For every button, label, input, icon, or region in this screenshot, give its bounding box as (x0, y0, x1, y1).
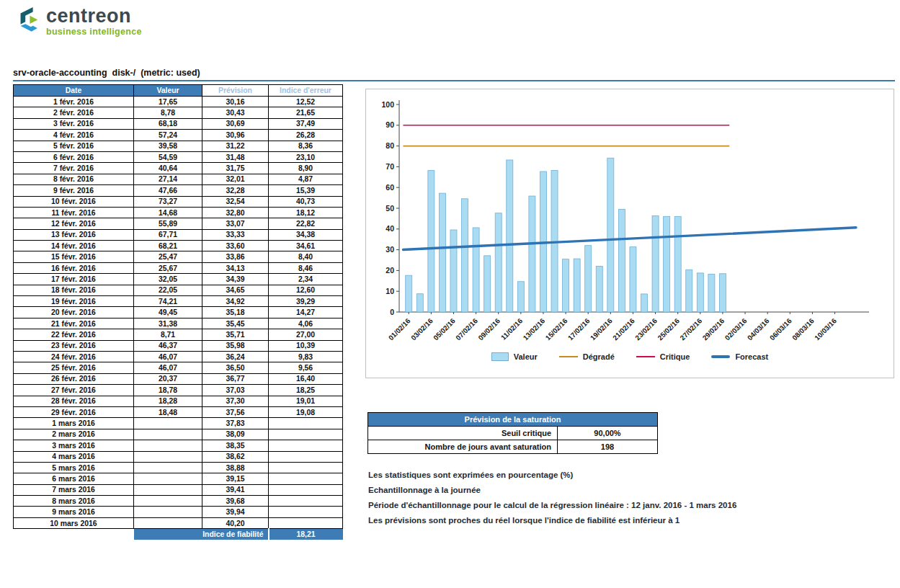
table-cell: 14,27 (269, 307, 343, 318)
report-notes: Les statistiques sont exprimées en pourc… (368, 471, 736, 531)
legend-label-critique: Critique (660, 352, 690, 361)
table-cell: 3 mars 2016 (14, 440, 134, 451)
table-cell: 39,94 (202, 507, 269, 517)
svg-text:11/02/16: 11/02/16 (499, 316, 525, 342)
table-cell: 36,24 (202, 351, 269, 362)
table-cell (269, 462, 343, 473)
table-row: 21 févr. 201631,3835,454,06 (14, 318, 343, 329)
note-line: Echantillonnage à la journée (368, 486, 736, 494)
table-cell: 40,73 (269, 196, 343, 207)
table-cell: 35,98 (202, 340, 269, 351)
legend-item-valeur: Valeur (491, 352, 538, 361)
table-row: 23 févr. 201646,3735,9810,39 (14, 340, 343, 351)
svg-text:30: 30 (386, 245, 394, 254)
note-line: Les prévisions sont proches du réel lors… (368, 516, 736, 525)
svg-text:0: 0 (390, 308, 394, 316)
table-cell (269, 496, 343, 507)
table-cell: 46,37 (134, 340, 202, 351)
table-row: 20 févr. 201649,4535,1814,27 (14, 307, 343, 318)
table-cell: 35,45 (202, 318, 269, 329)
table-cell: 30,43 (202, 107, 269, 118)
table-row: 4 mars 201638,62 (14, 451, 343, 462)
table-cell (134, 429, 202, 440)
table-cell: 35,18 (202, 307, 269, 318)
table-cell: 8 mars 2016 (14, 496, 134, 507)
table-cell: 13 févr. 2016 (14, 229, 134, 240)
forecast-line-swatch (711, 355, 730, 358)
table-cell: 34,61 (269, 241, 343, 251)
table-cell: 1 févr. 2016 (14, 97, 134, 107)
svg-text:13/02/16: 13/02/16 (522, 316, 547, 342)
chart-legend: Valeur Dégradé Critique Forecast (372, 352, 888, 361)
table-row: 24 févr. 201646,0736,249,83 (14, 351, 343, 362)
table-row: 17 févr. 201632,0534,392,34 (14, 274, 343, 285)
table-cell: 38,09 (202, 429, 269, 440)
centreon-logo-icon (14, 6, 42, 33)
table-cell: 4 mars 2016 (14, 451, 134, 462)
table-cell (269, 440, 343, 451)
table-cell (134, 507, 202, 517)
table-cell: 38,88 (202, 462, 269, 473)
table-cell: 14 févr. 2016 (14, 241, 134, 251)
table-cell: 19,08 (269, 406, 343, 417)
table-cell: 10,39 (269, 340, 343, 351)
table-row: 15 févr. 201625,4733,868,40 (14, 251, 343, 262)
table-cell: 31,75 (202, 163, 269, 174)
table-cell: 22,05 (134, 285, 202, 295)
table-cell: 57,24 (134, 130, 202, 141)
table-cell: 16 févr. 2016 (14, 262, 134, 273)
table-row: Nombre de jours avant saturation 198 (368, 440, 658, 454)
column-header-valeur: Valeur (134, 85, 202, 97)
svg-text:05/02/16: 05/02/16 (432, 316, 457, 342)
table-row: 7 févr. 201640,6431,758,90 (14, 163, 343, 174)
table-cell: 6 févr. 2016 (14, 151, 134, 162)
note-line: Les statistiques sont exprimées en pourc… (368, 471, 736, 479)
table-cell: 26,28 (269, 130, 343, 141)
svg-text:20: 20 (386, 266, 394, 275)
table-cell: 21 févr. 2016 (14, 318, 134, 329)
forecast-table-body: 1 févr. 201617,6530,1612,522 févr. 20168… (14, 97, 343, 529)
table-cell: 37,49 (269, 118, 343, 129)
svg-text:08/03/16: 08/03/16 (790, 316, 816, 342)
table-cell: 37,03 (202, 385, 269, 396)
table-cell: 9,56 (269, 362, 343, 373)
table-cell: 19,01 (269, 396, 343, 406)
table-cell: 74,21 (134, 296, 202, 307)
table-cell: 23,10 (269, 151, 343, 162)
svg-text:60: 60 (386, 183, 394, 192)
table-cell: 14,68 (134, 207, 202, 218)
table-cell: 33,33 (202, 229, 269, 240)
table-cell: 15,39 (269, 185, 343, 196)
table-cell (134, 462, 202, 473)
table-row: 10 mars 201640,20 (14, 517, 343, 528)
table-cell: 27,14 (134, 174, 202, 184)
table-cell: 32,01 (202, 174, 269, 184)
table-cell: 2 févr. 2016 (14, 107, 134, 118)
reliability-index-value: 18,21 (269, 529, 343, 540)
table-row: 9 mars 201639,94 (14, 507, 343, 517)
table-cell (134, 517, 202, 528)
svg-text:10/03/16: 10/03/16 (813, 316, 838, 342)
table-cell: 8,36 (269, 141, 343, 151)
table-row: 16 févr. 201625,6734,138,46 (14, 262, 343, 273)
table-cell: 68,18 (134, 118, 202, 129)
table-cell: 34,65 (202, 285, 269, 295)
table-cell: 30,16 (202, 97, 269, 107)
table-row: 2 févr. 20168,7830,4321,65 (14, 107, 343, 118)
svg-text:15/02/16: 15/02/16 (544, 316, 569, 342)
page-title: srv-oracle-accounting disk-/ (metric: us… (13, 68, 200, 78)
table-cell: 7 mars 2016 (14, 484, 134, 495)
table-cell: 22 févr. 2016 (14, 329, 134, 340)
table-cell: 10 févr. 2016 (14, 196, 134, 207)
table-cell: 37,83 (202, 418, 269, 429)
legend-label-forecast: Forecast (735, 352, 768, 361)
logo-text: centreon business intelligence (46, 6, 142, 37)
table-cell: 17,65 (134, 97, 202, 107)
table-cell: 36,50 (202, 362, 269, 373)
table-cell (134, 473, 202, 484)
svg-text:19/02/16: 19/02/16 (589, 316, 614, 342)
table-cell: 25 févr. 2016 (14, 362, 134, 373)
table-cell (134, 440, 202, 451)
table-row: 25 févr. 201646,0736,509,56 (14, 362, 343, 373)
table-cell: 35,71 (202, 329, 269, 340)
